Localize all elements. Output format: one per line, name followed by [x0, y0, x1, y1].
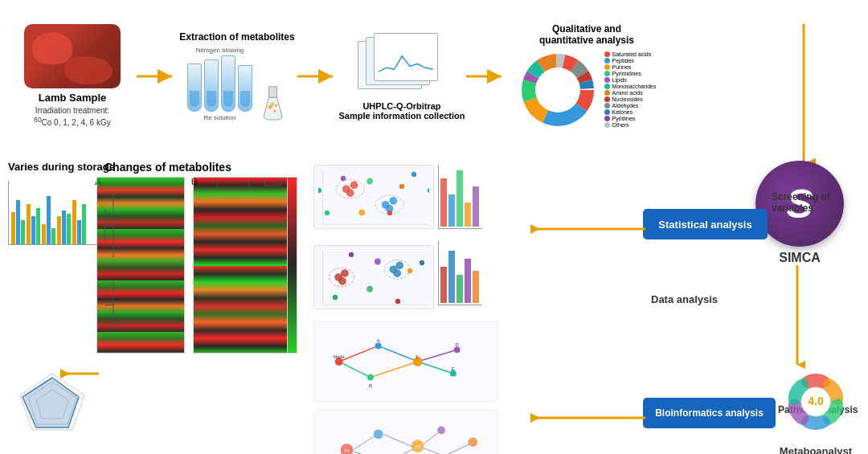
arrow-down-to-simca — [792, 24, 816, 169]
nitrogen-label: Nitrogen blowing — [187, 47, 252, 54]
legend-item: Peptides — [604, 58, 657, 63]
svg-point-65 — [375, 259, 381, 265]
dendrogram-left — [97, 178, 117, 353]
arrow-stat-to-scatter — [530, 221, 647, 237]
legend-item: Pyridines — [604, 116, 657, 121]
legend-item: Ketones — [604, 109, 657, 115]
svg-point-76 — [375, 342, 382, 349]
bar-r6 — [440, 267, 447, 303]
bar-chart-right-2 — [438, 241, 482, 305]
bioinformatics-label: Bioinformatics analysis — [655, 407, 764, 419]
tube-1 — [187, 63, 202, 112]
svg-text:E: E — [452, 366, 455, 371]
legend-item: Pyrimidines — [604, 71, 657, 76]
svg-point-47 — [346, 189, 354, 197]
bottom-left: Varies during storage Changes of metabol… — [8, 161, 313, 450]
svg-point-89 — [374, 430, 383, 440]
tube-4 — [238, 65, 252, 112]
svg-point-51 — [366, 178, 373, 185]
legend-item: Monosaccharides — [604, 84, 657, 89]
scatter-row-2 — [313, 237, 522, 309]
bar-r10 — [473, 271, 479, 303]
legend-item: Aldehydes — [604, 103, 657, 108]
screens-area — [354, 33, 450, 97]
bar-group-4 — [57, 211, 71, 244]
svg-point-49 — [390, 197, 398, 205]
svg-point-52 — [358, 210, 365, 216]
bar-r8 — [457, 275, 463, 303]
arrow-lamb-to-extraction — [137, 68, 177, 84]
svg-point-60 — [338, 277, 346, 285]
svg-point-79 — [454, 346, 461, 353]
uhplc-section: UHPLC-Q-Orbitrap UHPLC-Q-Orbitrap Sample… — [338, 33, 466, 121]
center-section: Node A B C D E — [313, 161, 522, 450]
uhplc-label: UHPLC-Q-Orbitrap UHPLC-Q-Orbitrap Sample… — [338, 101, 465, 121]
svg-text:P1: P1 — [345, 449, 350, 453]
scatter-svg-1 — [314, 166, 433, 228]
statistical-analysis-label: Statistical analysis — [658, 219, 751, 231]
bar-r2 — [448, 194, 455, 227]
scatter-row-1 — [313, 165, 522, 229]
legend-item: Amino acids — [604, 90, 657, 96]
dendrogram-top — [194, 178, 297, 194]
svg-point-66 — [329, 268, 354, 286]
svg-point-94 — [468, 437, 477, 447]
screen-3 — [374, 33, 438, 81]
svg-point-45 — [342, 185, 350, 193]
scatter-svg-2 — [314, 246, 433, 309]
legend-item: Others — [604, 122, 657, 128]
bar-group-1 — [11, 200, 25, 244]
heatmap-a — [96, 177, 185, 354]
bar-r3 — [457, 170, 463, 227]
bar-r1 — [440, 178, 447, 227]
statistical-analysis-box[interactable]: Statistical analysis — [643, 209, 768, 239]
qualitative-section: Qualitative andquantitative analysis — [514, 23, 659, 130]
simca-name: SIMCA — [779, 251, 821, 265]
bar-group-3 — [42, 196, 55, 244]
svg-point-92 — [437, 427, 445, 435]
bar-r4 — [465, 202, 471, 227]
svg-point-54 — [375, 195, 403, 214]
screening-label: Screening of variables — [772, 191, 860, 214]
svg-point-53 — [336, 180, 364, 198]
scatter-plot-1 — [313, 165, 434, 229]
bar-chart-right-1 — [438, 165, 482, 229]
data-analysis-network: Node A B C D E — [313, 321, 498, 402]
legend-area: Saturated acids Peptides Purines Pyrimid… — [604, 51, 657, 128]
irradiation-label: Irradiation treatment: 60Co 0, 1, 2, 4, … — [34, 105, 110, 128]
bottom-row: Varies during storage Changes of metabol… — [8, 161, 860, 450]
svg-point-63 — [393, 269, 401, 277]
svg-point-62 — [395, 262, 403, 270]
lamb-section: Lamb Sample Irradiation treatment: 60Co … — [8, 24, 137, 128]
tubes-row: Nitrogen blowing Re solution — [187, 47, 287, 121]
bar-r5 — [473, 186, 479, 227]
flask-icon — [259, 85, 287, 121]
bar-r9 — [465, 259, 471, 303]
svg-point-61 — [390, 265, 398, 273]
svg-point-48 — [382, 201, 390, 209]
varies-label: Varies during storage — [8, 161, 115, 173]
changes-label: Changes of metabolites — [104, 161, 231, 174]
svg-point-58 — [334, 273, 342, 281]
svg-rect-42 — [315, 166, 432, 228]
svg-text:B: B — [369, 383, 372, 388]
bar-group-5 — [72, 200, 86, 244]
scatter-plot-2 — [313, 245, 434, 309]
extraction-label: Extraction of metabolites — [179, 31, 294, 43]
svg-point-77 — [367, 374, 374, 381]
lamb-label: Lamb Sample — [39, 92, 107, 104]
svg-text:P2: P2 — [416, 445, 420, 449]
metaboanalyst-label: Metaboanalyst — [772, 445, 860, 454]
top-row: Lamb Sample Irradiation treatment: 60Co … — [8, 8, 860, 145]
pathway-svg: P1 P2 — [314, 411, 497, 454]
legend-item: Lipids — [604, 77, 657, 83]
svg-rect-55 — [315, 246, 432, 309]
svg-text:C: C — [416, 354, 420, 359]
svg-point-3 — [273, 110, 276, 113]
svg-point-5 — [275, 104, 278, 107]
tube-2 — [204, 59, 219, 112]
pathway-analysis-area: P1 P2 — [313, 410, 498, 454]
qualitative-label: Qualitative andquantitative analysis — [539, 23, 634, 46]
right-section: S SIMCA Statistical analysis Screening — [643, 161, 860, 450]
bioinformatics-analysis-box[interactable]: Bioinformatics analysis — [643, 398, 776, 428]
